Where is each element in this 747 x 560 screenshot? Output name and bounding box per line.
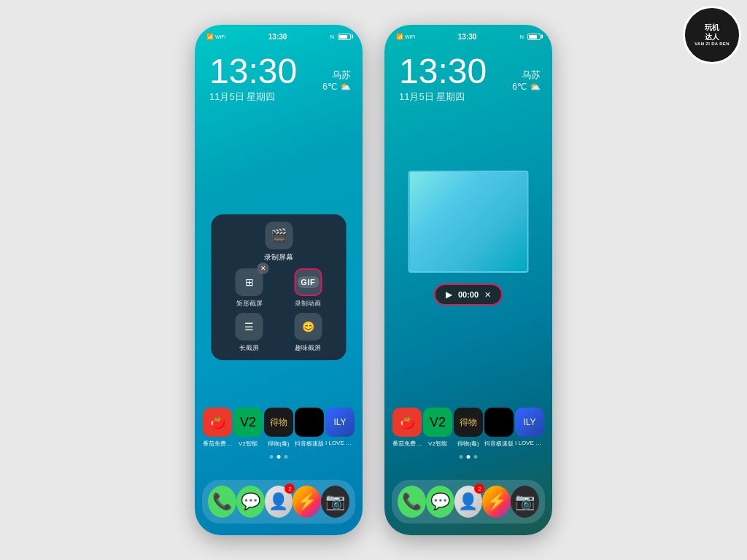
gif-preview-area [409, 171, 529, 273]
dock-camera[interactable]: 📷 [321, 486, 349, 518]
page-dots-left [270, 455, 288, 459]
dot-3 [285, 455, 288, 459]
app-dewu[interactable]: 得物 得物(毒) [264, 408, 293, 448]
weather-temp-value-r: 6℃ [512, 82, 527, 92]
dot-2 [277, 455, 281, 459]
app-tomato[interactable]: 🍅 番茄免费… [203, 408, 232, 448]
dot-1 [270, 455, 274, 459]
status-bar-right: 📶 WiFi 13:30 N [384, 25, 552, 45]
long-screenshot-icon: ☰ [236, 313, 263, 341]
bluetooth-icon-r: N [519, 34, 524, 40]
app-v2-icon: V2 [233, 408, 263, 437]
dock-camera-r[interactable]: 📷 [511, 486, 539, 518]
wifi-icon-r: WiFi [405, 34, 415, 39]
wifi-icon: WiFi [215, 34, 225, 39]
qa-rect-screenshot[interactable]: ⊞ ✕ 矩形截屏 [236, 268, 263, 308]
gif-controls[interactable]: ▶ 00:00 ✕ [434, 284, 503, 306]
dock-wechat[interactable]: 💬 [236, 486, 265, 518]
app-v2-r[interactable]: V2 V2智能 [423, 408, 452, 448]
app-tomato-label: 番茄免费… [203, 440, 232, 448]
phones-container: 📶 WiFi 13:30 N 13:30 11月5日 星期四 乌苏 6℃ ⛅ [0, 0, 747, 560]
weather-left: 乌苏 6℃ ⛅ [322, 69, 351, 92]
long-screenshot-label: 长截屏 [239, 343, 259, 353]
dock-apps[interactable]: ⚡ [293, 486, 321, 518]
dock-wechat-r[interactable]: 💬 [426, 486, 454, 518]
status-left-icons: 📶 WiFi [206, 34, 225, 40]
record-screen-label: 录制屏幕 [264, 252, 293, 262]
dock-phone[interactable]: 📞 [208, 486, 236, 518]
app-douyin-label: 抖音极速版 [295, 440, 324, 448]
app-tomato-icon-r: 🍅 [392, 408, 422, 437]
weather-temp-value: 6℃ [322, 82, 337, 92]
dock-contacts-r[interactable]: 👤 2 [454, 486, 483, 518]
dock-phone-r[interactable]: 📞 [398, 486, 426, 518]
status-time-left: 13:30 [268, 33, 287, 41]
watermark-subtitle: VAN ZI DA REN [694, 42, 729, 47]
page-dots-right [460, 455, 478, 459]
contacts-badge: 2 [285, 483, 295, 494]
weather-right: 乌苏 6℃ ⛅ [512, 69, 541, 92]
record-gif-label: 录制动画 [295, 299, 321, 308]
qa-record-gif[interactable]: GIF 录制动画 [294, 268, 322, 308]
fun-screenshot-label: 趣味截屏 [295, 343, 321, 353]
gif-text: GIF [297, 276, 319, 288]
gif-close-button[interactable]: ✕ [484, 290, 491, 300]
app-ilovey[interactable]: ILY I LOVE Y… [325, 408, 355, 448]
dock-contacts[interactable]: 👤 2 [265, 486, 293, 518]
weather-icon: ⛅ [340, 82, 351, 92]
app-v2[interactable]: V2 V2智能 [233, 408, 263, 448]
signal-icon: 📶 [206, 34, 214, 40]
signal-icon-r: 📶 [396, 34, 403, 40]
clock-date-left: 11月5日 星期四 [209, 90, 348, 104]
record-screen-icon: 🎬 [265, 222, 293, 249]
weather-city-right: 乌苏 [512, 69, 541, 82]
status-right-left-icons: 📶 WiFi [396, 34, 415, 40]
watermark: 玩机 达人 VAN ZI DA REN [683, 6, 741, 64]
app-v2-label-r: V2智能 [428, 440, 447, 448]
app-v2-icon-r: V2 [423, 408, 452, 437]
dot-r-1 [460, 455, 463, 459]
app-douyin-r[interactable]: ♪ 抖音极速版 [484, 408, 514, 448]
weather-city-left: 乌苏 [322, 69, 351, 82]
status-right-right-icons: N [519, 34, 541, 40]
rect-screenshot-label: 矩形截屏 [236, 299, 263, 308]
status-right-icons: N [330, 34, 351, 40]
watermark-line2: 达人 [705, 32, 719, 42]
app-dewu-icon-r: 得物 [454, 408, 483, 437]
qa-top-item[interactable]: 🎬 录制屏幕 [220, 222, 338, 262]
weather-icon-r: ⛅ [530, 82, 541, 92]
app-tomato-r[interactable]: 🍅 番茄免费… [392, 408, 422, 448]
fun-screenshot-icon: 😊 [294, 313, 322, 341]
qa-long-screenshot[interactable]: ☰ 长截屏 [236, 313, 263, 353]
dock-apps-r[interactable]: ⚡ [482, 486, 511, 518]
play-button[interactable]: ▶ [446, 289, 452, 300]
contacts-badge-r: 2 [474, 483, 484, 494]
app-row-right: 🍅 番茄免费… V2 V2智能 得物 得物(毒) ♪ 抖音极速版 ILY I L… [384, 408, 552, 448]
close-icon[interactable]: ✕ [258, 262, 269, 274]
app-ilovey-r[interactable]: ILY I LOVE Y… [515, 408, 544, 448]
quick-actions-menu: 🎬 录制屏幕 ⊞ ✕ 矩形截屏 GIF 录制动画 [212, 214, 347, 360]
dot-r-3 [474, 455, 478, 459]
qa-row-2: ☰ 长截屏 😊 趣味截屏 [220, 313, 338, 353]
qa-fun-screenshot[interactable]: 😊 趣味截屏 [294, 313, 322, 353]
app-dewu-label-r: 得物(毒) [457, 440, 479, 448]
status-time-right: 13:30 [458, 33, 477, 41]
app-dewu-label: 得物(毒) [268, 440, 289, 448]
dock-right: 📞 💬 👤 2 ⚡ 📷 [392, 480, 545, 524]
battery-icon [338, 34, 351, 40]
app-v2-label: V2智能 [239, 440, 258, 448]
bluetooth-icon: N [330, 34, 334, 40]
gif-record-icon: GIF [294, 268, 322, 296]
app-ilovey-icon: ILY [325, 408, 355, 437]
phone-left: 📶 WiFi 13:30 N 13:30 11月5日 星期四 乌苏 6℃ ⛅ [195, 25, 363, 535]
app-row-left: 🍅 番茄免费… V2 V2智能 得物 得物(毒) ♪ 抖音极速版 ILY I L… [195, 408, 363, 448]
weather-temp-left: 6℃ ⛅ [322, 82, 351, 92]
gif-timer: 00:00 [458, 290, 479, 299]
app-ilovey-label: I LOVE Y… [325, 440, 355, 446]
app-douyin-icon-r: ♪ [484, 408, 514, 437]
app-ilovey-icon-r: ILY [515, 408, 544, 437]
app-dewu-r[interactable]: 得物 得物(毒) [454, 408, 483, 448]
app-douyin-icon: ♪ [295, 408, 324, 437]
app-douyin[interactable]: ♪ 抖音极速版 [295, 408, 324, 448]
app-douyin-label-r: 抖音极速版 [484, 440, 514, 448]
